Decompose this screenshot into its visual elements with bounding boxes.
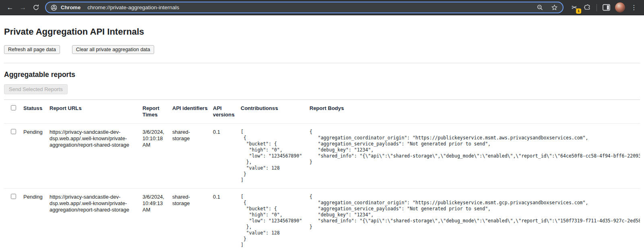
forward-button[interactable]: → <box>17 2 29 14</box>
table-row: Pending https://privacy-sandcastle-dev- … <box>4 189 640 251</box>
sort-icon: ⇅ <box>275 106 278 111</box>
sort-icon: ⇅ <box>155 113 157 117</box>
zoom-icon[interactable] <box>537 4 543 11</box>
sort-icon: ⇅ <box>204 106 207 111</box>
sort-icon: ⇅ <box>78 106 81 111</box>
cell-status: Pending <box>23 124 50 189</box>
chrome-logo-icon <box>51 4 57 11</box>
cell-report-url: https://privacy-sandcastle-dev- dsp.web.… <box>50 124 142 189</box>
header-api-identifier[interactable]: API identifier⇅ <box>172 100 213 124</box>
cell-report-body: { "aggregation_coordinator_origin": "htt… <box>310 189 640 251</box>
sort-icon: ⇅ <box>341 106 344 111</box>
sort-icon: ⇅ <box>39 106 42 111</box>
chrome-product-label: Chrome <box>61 4 80 10</box>
menu-kebab-icon[interactable]: ⋮ <box>628 2 640 14</box>
reload-button[interactable] <box>30 2 42 14</box>
sort-icon: ⇅ <box>231 113 234 117</box>
cell-api-version: 0.1 <box>213 189 241 251</box>
table-row: Pending https://privacy-sandcastle-dev- … <box>4 124 640 189</box>
toolbar-separator <box>597 4 597 11</box>
side-panel-icon[interactable] <box>600 2 612 14</box>
extension-scissors-icon[interactable]: ✂ 1 <box>568 2 580 14</box>
table-header-row: Status⇅ Report URL⇅ Report Time⇅ API ide… <box>4 100 640 124</box>
cell-api-identifier: shared- storage <box>172 189 213 251</box>
back-button[interactable]: ← <box>4 2 16 14</box>
row-checkbox[interactable] <box>11 194 16 199</box>
cell-contributions: [ { "bucket": { "high": "0", "low": "123… <box>241 124 310 189</box>
header-status[interactable]: Status⇅ <box>23 100 50 124</box>
row-checkbox[interactable] <box>11 129 16 134</box>
extensions-puzzle-icon[interactable] <box>581 2 593 14</box>
cell-api-identifier: shared- storage <box>172 124 213 189</box>
url-text[interactable]: chrome://private-aggregation-internals <box>87 4 529 10</box>
refresh-all-button[interactable]: Refresh all page data <box>4 45 60 54</box>
section-divider <box>4 63 640 63</box>
cell-report-time: 3/6/2024, 10:10:18 AM <box>142 124 172 189</box>
clear-all-button[interactable]: Clear all private aggregation data <box>72 45 154 54</box>
cell-contributions: [ { "bucket": { "high": "0", "low": "123… <box>241 189 310 251</box>
bookmark-star-icon[interactable] <box>551 4 558 11</box>
reload-icon <box>33 4 39 11</box>
cell-report-body: { "aggregation_coordinator_origin": "htt… <box>310 124 640 189</box>
cell-report-time: 3/6/2024, 10:49:13 AM <box>142 189 172 251</box>
header-contributions[interactable]: Contributions⇅ <box>241 100 310 124</box>
browser-toolbar: ← → Chrome chrome://private-aggregation-… <box>0 0 644 15</box>
header-report-body[interactable]: Report Body⇅ <box>310 100 640 124</box>
page-content: Private Aggregation API Internals Refres… <box>0 27 644 251</box>
top-button-row: Refresh all page data Clear all private … <box>4 45 640 54</box>
page-title: Private Aggregation API Internals <box>4 27 640 37</box>
header-report-time[interactable]: Report Time⇅ <box>142 100 172 124</box>
aggregatable-reports-title: Aggregatable reports <box>4 71 640 79</box>
send-selected-reports-button[interactable]: Send Selected Reports <box>4 84 68 94</box>
select-all-checkbox[interactable] <box>11 105 16 110</box>
address-bar[interactable]: Chrome chrome://private-aggregation-inte… <box>45 2 564 13</box>
profile-avatar[interactable] <box>615 2 625 12</box>
header-report-url[interactable]: Report URL⇅ <box>50 100 142 124</box>
header-api-version[interactable]: API version⇅ <box>213 100 241 124</box>
cell-status: Pending <box>23 189 50 251</box>
reports-table: Status⇅ Report URL⇅ Report Time⇅ API ide… <box>4 100 640 251</box>
cell-report-url: https://privacy-sandcastle-dev- dsp.web.… <box>50 189 142 251</box>
extension-badge: 1 <box>576 8 581 14</box>
cell-api-version: 0.1 <box>213 124 241 189</box>
